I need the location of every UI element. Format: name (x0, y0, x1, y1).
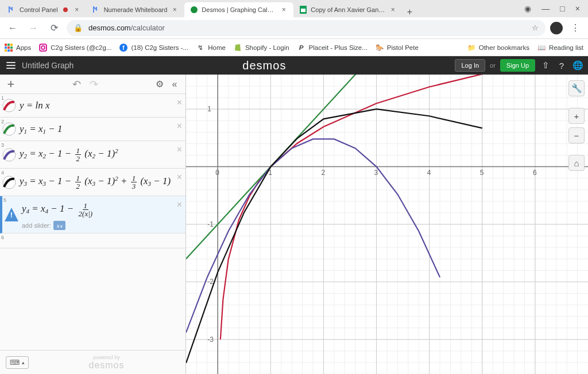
zoom-out-button[interactable]: − (568, 127, 585, 143)
reload-button[interactable]: ⟳ (46, 20, 62, 36)
bm-c2g-ig[interactable]: C2g Sisters (@c2g... (39, 44, 111, 52)
account-icon[interactable]: ◉ (524, 4, 531, 13)
folder-icon: 📁 (467, 44, 475, 52)
reading-icon: 📖 (537, 44, 546, 52)
tab-close-icon[interactable]: × (389, 6, 397, 14)
svg-rect-10 (7, 49, 10, 52)
add-expression-button[interactable]: + (3, 77, 18, 92)
new-tab-button[interactable]: + (403, 7, 416, 17)
bm-home[interactable]: ↯Home (196, 44, 226, 52)
home-view-button[interactable]: ⌂ (568, 155, 585, 171)
curve-icon[interactable] (2, 148, 16, 162)
expression-row-3[interactable]: 3 y2 = x2 − 1 − 12 (x2 − 1)2 × (0, 141, 185, 169)
zoom-in-button[interactable]: + (568, 108, 585, 124)
facebook-icon: f (119, 44, 127, 52)
tab-desmos[interactable]: Desmos | Graphing Calculator × (184, 2, 293, 17)
svg-point-13 (41, 46, 45, 49)
apps-button[interactable]: Apps (5, 44, 31, 52)
tab-control-panel[interactable]: Control Panel × (2, 2, 87, 17)
close-window-icon[interactable]: × (575, 4, 580, 13)
bm-shopify[interactable]: Shopify - Login (234, 44, 289, 52)
graph-title[interactable]: Untitled Graph (22, 61, 74, 70)
star-icon[interactable]: ☆ (532, 24, 539, 32)
svg-text:4: 4 (427, 169, 431, 177)
bm-label: Shopify - Login (245, 44, 289, 51)
row-number: 5 (3, 197, 6, 203)
bm-pistol[interactable]: 🐎Pistol Pete (376, 44, 419, 52)
expression-row-6[interactable]: 6 (0, 233, 185, 248)
apps-icon (5, 44, 13, 52)
bm-label: Home (208, 44, 226, 51)
other-bookmarks[interactable]: 📁Other bookmarks (467, 44, 529, 52)
tab-label: Numerade Whiteboard (104, 6, 168, 13)
warning-icon[interactable]: ! (5, 208, 18, 221)
maximize-icon[interactable]: □ (560, 4, 564, 13)
home-icon: ↯ (196, 44, 204, 52)
tab-strip: Control Panel × Numerade Whiteboard × De… (0, 0, 516, 17)
delete-row-icon[interactable]: × (177, 200, 182, 210)
tab-label: Control Panel (20, 6, 58, 13)
svg-text:6: 6 (533, 169, 537, 177)
bm-label: Reading list (549, 44, 583, 51)
powered-by: powered by desmos (33, 354, 180, 371)
help-icon[interactable]: ? (556, 61, 567, 71)
language-icon[interactable]: 🌐 (572, 60, 583, 71)
tab-close-icon[interactable]: × (171, 6, 179, 14)
curve-icon[interactable] (2, 99, 16, 112)
expression-text: y1 = x1 − 1 (20, 123, 63, 135)
profile-avatar[interactable] (550, 22, 563, 34)
keyboard-button[interactable]: ⌨ ▴ (6, 356, 29, 369)
slider-chip[interactable]: x₄ (53, 221, 65, 230)
instagram-icon (39, 44, 47, 52)
settings-icon[interactable]: ⚙ (152, 79, 167, 89)
address-bar[interactable]: 🔒 desmos.com/calculator ☆ (67, 20, 546, 36)
tab-close-icon[interactable]: × (280, 6, 288, 14)
delete-row-icon[interactable]: × (177, 145, 182, 155)
record-icon (61, 6, 69, 14)
slider-label: add slider: (22, 222, 51, 229)
delete-row-icon[interactable]: × (177, 121, 182, 131)
minimize-icon[interactable]: — (541, 4, 550, 13)
url-host: desmos.com (88, 24, 131, 32)
svg-rect-11 (10, 49, 13, 52)
numerade-icon (92, 6, 100, 14)
forward-button[interactable]: → (25, 20, 41, 36)
collapse-panel-icon[interactable]: « (167, 79, 182, 89)
tab-gdoc[interactable]: Copy of Ann Xavier Gantert - A × (293, 2, 403, 17)
bm-label: C2g Sisters (@c2g... (51, 44, 111, 51)
expression-text: y2 = x2 − 1 − 12 (x2 − 1)2 (20, 147, 118, 162)
tab-whiteboard[interactable]: Numerade Whiteboard × (87, 2, 185, 17)
graph-canvas[interactable]: 0123456-3-2-11 🔧 + − ⌂ (186, 75, 588, 374)
expression-text[interactable]: y4 = x4 − 1 − 12(x|) (22, 202, 95, 217)
back-button[interactable]: ← (5, 20, 21, 36)
bm-c2g-fb[interactable]: f(18) C2g Sisters -... (119, 44, 188, 52)
bm-placeit[interactable]: PPlaceit - Plus Size... (297, 44, 368, 52)
reading-list[interactable]: 📖Reading list (537, 44, 583, 52)
curve-icon[interactable] (2, 122, 16, 136)
delete-row-icon[interactable]: × (177, 172, 182, 182)
chrome-menu-icon[interactable]: ⋮ (567, 20, 583, 36)
curve-icon[interactable] (2, 176, 16, 189)
svg-rect-4 (7, 44, 10, 46)
expression-row-4[interactable]: 4 y3 = x3 − 1 − 12 (x3 − 1)2 + 13 (x3 − … (0, 169, 185, 196)
wrench-icon[interactable]: 🔧 (568, 80, 585, 96)
svg-rect-7 (7, 46, 10, 49)
login-button[interactable]: Log In (455, 59, 485, 72)
delete-row-icon[interactable]: × (177, 98, 182, 108)
signup-button[interactable]: Sign Up (500, 59, 535, 72)
svg-text:3: 3 (374, 169, 378, 177)
menu-icon[interactable] (5, 59, 17, 72)
bm-label: Apps (16, 44, 31, 51)
share-icon[interactable]: ⇧ (540, 60, 551, 71)
expression-row-1[interactable]: 1 y = ln x × (0, 94, 185, 118)
tab-label: Desmos | Graphing Calculator (202, 6, 276, 13)
expression-row-5[interactable]: 5 ! y4 = x4 − 1 − 12(x|) add slider:x₄ × (0, 196, 185, 233)
undo-button[interactable]: ↶ (72, 79, 81, 90)
redo-button[interactable]: ↷ (90, 79, 98, 90)
expression-row-2[interactable]: 2 y1 = x1 − 1 × (0, 118, 185, 141)
expression-text: y3 = x3 − 1 − 12 (x3 − 1)2 + 13 (x3 − 1) (20, 174, 171, 190)
tab-close-icon[interactable]: × (73, 6, 81, 14)
row-number: 3 (1, 142, 4, 148)
svg-text:0: 0 (215, 169, 219, 177)
numerade-icon (8, 6, 16, 14)
